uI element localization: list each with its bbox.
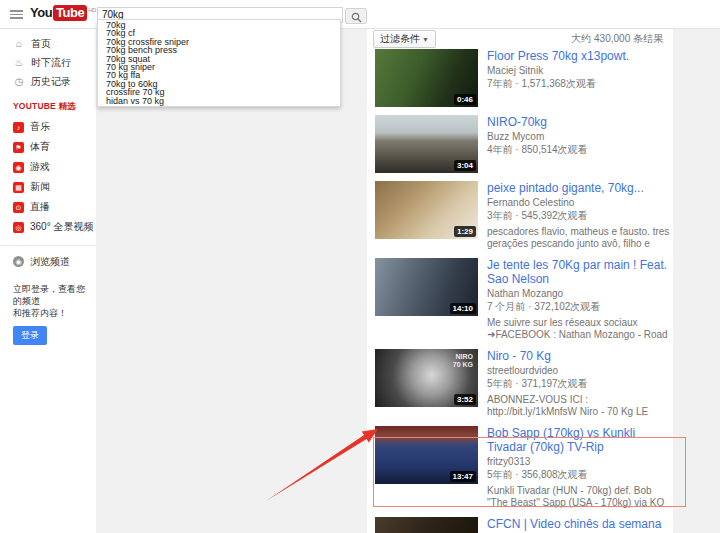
video-description: Kunkli Tivadar (HUN - 70kg) def. Bob "Th… xyxy=(487,485,672,509)
sidebar-item-trending[interactable]: ♨时下流行 xyxy=(0,53,96,72)
video-description: ABONNEZ-VOUS ICI : http://bit.ly/1kMnfsW… xyxy=(487,394,672,418)
sidebar: ⌂首页♨时下流行◷历史记录 YOUTUBE 精选 ♪音乐⚑体育◉游戏▦新闻⊙直播… xyxy=(0,28,96,533)
sidebar-item-browse-channels[interactable]: ◉ 浏览频道 xyxy=(0,252,96,271)
search-result: 1:29peixe pintado gigante, 70kg...Fernan… xyxy=(375,181,673,250)
sidebar-item-label: 浏览频道 xyxy=(30,255,70,269)
video-title-link[interactable]: Bob Sapp (170kg) vs Kunkli Tivadar (70kg… xyxy=(487,426,672,454)
live-icon: ⊙ xyxy=(13,202,24,213)
video-title-link[interactable]: Je tente les 70Kg par main ! Feat. Sao N… xyxy=(487,258,672,286)
results-count: 大约 430,000 条结果 xyxy=(571,32,663,46)
news-icon: ▦ xyxy=(13,182,24,193)
video-description: pescadores flavio, matheus e fausto. tre… xyxy=(487,226,672,250)
video-thumbnail[interactable]: 14:10 xyxy=(375,258,478,316)
video-title-link[interactable]: peixe pintado gigante, 70kg... xyxy=(487,181,672,195)
video-thumbnail[interactable]: 3:04 xyxy=(375,115,478,173)
logo-you-text: You xyxy=(30,5,52,20)
chevron-down-icon: ▼ xyxy=(422,36,429,43)
360-video-icon: ◎ xyxy=(13,222,24,233)
video-meta: 3年前 · 545,392次观看 xyxy=(487,209,672,223)
youtube-logo[interactable]: YouTubeHD xyxy=(30,5,96,21)
logo-badge: HD xyxy=(88,7,96,13)
sports-icon: ⚑ xyxy=(13,142,24,153)
video-thumbnail[interactable]: 13:47 xyxy=(375,426,478,484)
sidebar-item-gaming[interactable]: ◉游戏 xyxy=(0,157,96,177)
home-icon: ⌂ xyxy=(13,38,25,49)
channel-name-link[interactable]: Nathan Mozango xyxy=(487,288,672,299)
logo-tube-text: Tube xyxy=(53,5,87,21)
search-result: 180KiLLS12:02CFCN | Video chinês da sema… xyxy=(375,517,673,533)
sidebar-item-history[interactable]: ◷历史记录 xyxy=(0,72,96,91)
sidebar-item-label: 新闻 xyxy=(30,180,50,194)
search-result: 13:47Bob Sapp (170kg) vs Kunkli Tivadar … xyxy=(375,426,673,509)
channel-name-link[interactable]: fritzy0313 xyxy=(487,456,672,467)
video-duration-badge: 3:52 xyxy=(454,394,476,405)
search-result: 0:46Floor Press 70kg x13powt.Maciej Sitn… xyxy=(375,49,673,107)
sidebar-item-home[interactable]: ⌂首页 xyxy=(0,34,96,53)
sidebar-item-label: 360° 全景视频 xyxy=(30,220,93,234)
results-header: 过滤条件▼ 大约 430,000 条结果 xyxy=(367,28,673,47)
video-thumbnail[interactable]: 1:29 xyxy=(375,181,478,239)
video-meta: 4年前 · 850,514次观看 xyxy=(487,143,672,157)
video-meta: 5年前 · 371,197次观看 xyxy=(487,377,672,391)
search-results-panel: 过滤条件▼ 大约 430,000 条结果 0:46Floor Press 70k… xyxy=(367,28,673,533)
video-title-link[interactable]: Niro - 70 Kg xyxy=(487,349,672,363)
video-meta: 5年前 · 356,808次观看 xyxy=(487,468,672,482)
sidebar-item-sports[interactable]: ⚑体育 xyxy=(0,137,96,157)
thumbnail-overlay-text: NIRO 70 KG xyxy=(453,353,473,369)
video-thumbnail[interactable]: 180KiLLS12:02 xyxy=(375,517,478,533)
sidebar-item-music[interactable]: ♪音乐 xyxy=(0,117,96,137)
search-result: 3:04NIRO-70kgBuzz Mycom4年前 · 850,514次观看 xyxy=(375,115,673,173)
hamburger-menu-icon[interactable] xyxy=(10,10,23,19)
sidebar-item-live[interactable]: ⊙直播 xyxy=(0,197,96,217)
video-description: Me suivre sur les réseaux sociaux ➜FACEB… xyxy=(487,317,672,341)
signin-promo-text: 立即登录，查看您的频道 和推荐内容！ xyxy=(0,271,96,319)
sidebar-item-label: 历史记录 xyxy=(31,75,71,89)
sidebar-divider xyxy=(0,245,96,246)
search-suggestion[interactable]: hidan vs 70 kg xyxy=(98,97,340,105)
video-duration-badge: 0:46 xyxy=(454,94,476,105)
video-meta: 7 个月前 · 372,102次观看 xyxy=(487,300,672,314)
video-duration-badge: 3:04 xyxy=(454,160,476,171)
signin-button[interactable]: 登录 xyxy=(13,326,47,345)
channel-name-link[interactable]: Buzz Mycom xyxy=(487,131,672,142)
video-title-link[interactable]: CFCN | Video chinês da semana #2 - 180 K… xyxy=(487,517,672,533)
search-button[interactable] xyxy=(345,8,367,24)
video-meta: 7年前 · 1,571,368次观看 xyxy=(487,77,672,91)
search-result: NIRO 70 KG3:52Niro - 70 Kgstreetlourdvid… xyxy=(375,349,673,418)
gaming-icon: ◉ xyxy=(13,162,24,173)
sidebar-item-label: 体育 xyxy=(30,140,50,154)
sidebar-section-label: YOUTUBE 精选 xyxy=(0,91,96,117)
video-thumbnail[interactable]: 0:46 xyxy=(375,49,478,107)
trending-icon: ♨ xyxy=(13,57,25,68)
sidebar-item-news[interactable]: ▦新闻 xyxy=(0,177,96,197)
search-suggestions-dropdown: 70kg70kg cf70kg crossfire sniper70kg ben… xyxy=(97,19,341,107)
video-title-link[interactable]: NIRO-70kg xyxy=(487,115,672,129)
video-title-link[interactable]: Floor Press 70kg x13powt. xyxy=(487,49,672,63)
channel-name-link[interactable]: streetlourdvideo xyxy=(487,365,672,376)
sidebar-item-label: 游戏 xyxy=(30,160,50,174)
browse-channels-icon: ◉ xyxy=(13,256,24,267)
video-duration-badge: 14:10 xyxy=(450,303,476,314)
video-duration-badge: 13:47 xyxy=(450,471,476,482)
video-thumbnail[interactable]: NIRO 70 KG3:52 xyxy=(375,349,478,407)
channel-name-link[interactable]: Maciej Sitnik xyxy=(487,65,672,76)
sidebar-item-360-video[interactable]: ◎360° 全景视频 xyxy=(0,217,96,237)
music-icon: ♪ xyxy=(13,122,24,133)
channel-name-link[interactable]: Fernando Celestino xyxy=(487,197,672,208)
sidebar-item-label: 时下流行 xyxy=(31,56,71,70)
search-icon xyxy=(351,12,362,23)
video-duration-badge: 1:29 xyxy=(454,226,476,237)
filter-button[interactable]: 过滤条件▼ xyxy=(373,30,436,48)
search-result: 14:10Je tente les 70Kg par main ! Feat. … xyxy=(375,258,673,341)
history-icon: ◷ xyxy=(13,76,25,87)
sidebar-item-label: 直播 xyxy=(30,200,50,214)
sidebar-item-label: 音乐 xyxy=(30,120,50,134)
sidebar-item-label: 首页 xyxy=(31,37,51,51)
